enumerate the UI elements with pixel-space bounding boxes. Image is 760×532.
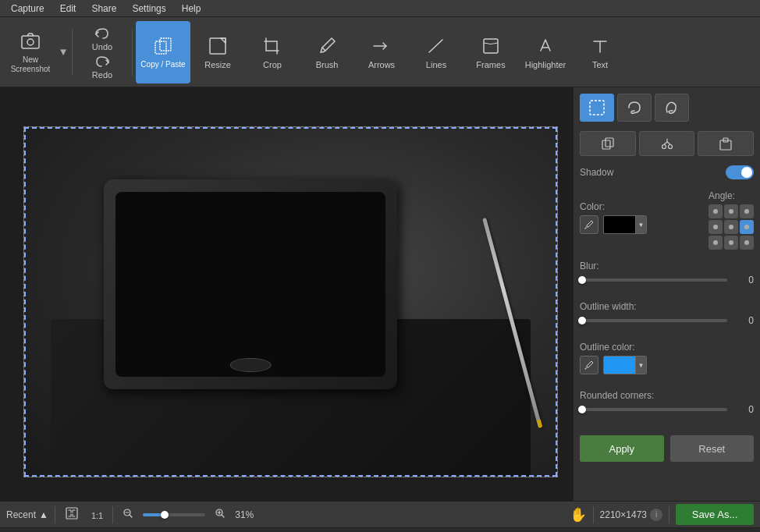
canvas-image[interactable] bbox=[23, 126, 558, 477]
freehand-select-button[interactable] bbox=[655, 94, 689, 122]
copy-icon bbox=[601, 137, 615, 151]
outline-color-row: ▼ bbox=[580, 356, 754, 374]
dimensions-display: 2210×1473 i bbox=[600, 509, 662, 521]
status-bar: Recent ▲ 1:1 31% bbox=[0, 501, 760, 527]
actual-size-button[interactable]: 1:1 bbox=[88, 507, 106, 523]
main-area: Shadow Color: ▼ bbox=[0, 87, 760, 501]
toolbar-divider-2 bbox=[132, 29, 133, 76]
shadow-color-dropdown[interactable]: ▼ bbox=[635, 216, 646, 233]
lines-button[interactable]: Lines bbox=[409, 21, 463, 83]
shadow-label: Shadow bbox=[580, 167, 613, 178]
hand-tool-icon[interactable]: ✋ bbox=[570, 506, 587, 523]
cut-action-button[interactable] bbox=[639, 131, 695, 156]
text-button[interactable]: Text bbox=[573, 21, 627, 83]
menu-bar: Capture Edit Share Settings Help bbox=[0, 0, 760, 17]
menu-settings[interactable]: Settings bbox=[124, 2, 173, 16]
crop-button[interactable]: Crop bbox=[245, 21, 300, 83]
arrows-icon bbox=[371, 35, 392, 57]
recent-dropdown[interactable]: Recent ▲ bbox=[6, 509, 48, 520]
outline-width-slider[interactable] bbox=[580, 319, 727, 322]
toggle-knob bbox=[741, 167, 752, 178]
rounded-corners-thumb[interactable] bbox=[578, 406, 586, 413]
svg-point-10 bbox=[668, 145, 672, 149]
copy-paste-button[interactable]: Copy / Paste bbox=[136, 21, 190, 83]
highlighter-button[interactable]: Highlighter bbox=[518, 21, 573, 83]
zoom-in-button[interactable] bbox=[211, 506, 229, 523]
status-divider-2 bbox=[112, 506, 113, 523]
toolbar-dropdown-arrow[interactable]: ▼ bbox=[58, 21, 69, 83]
blur-slider-thumb[interactable] bbox=[578, 276, 586, 284]
angle-dot-4[interactable] bbox=[724, 220, 738, 234]
new-screenshot-button[interactable]: New Screenshot bbox=[3, 21, 58, 83]
undo-button[interactable]: Undo bbox=[79, 25, 126, 51]
redo-button[interactable]: Redo bbox=[79, 53, 126, 80]
blur-slider[interactable] bbox=[580, 278, 727, 282]
zoom-slider-container[interactable] bbox=[143, 509, 205, 520]
zoom-out-button[interactable] bbox=[119, 506, 137, 523]
outline-color-dropdown[interactable]: ▼ bbox=[635, 356, 646, 374]
svg-rect-8 bbox=[606, 138, 613, 147]
copy-paste-icon bbox=[152, 35, 174, 57]
lasso-select-button[interactable] bbox=[617, 94, 652, 122]
color-eyedropper-button[interactable] bbox=[580, 215, 598, 234]
shadow-toggle[interactable] bbox=[726, 165, 754, 179]
lasso-icon bbox=[626, 99, 643, 116]
outline-width-label: Outline width: bbox=[580, 301, 754, 312]
save-as-button[interactable]: Save As... bbox=[676, 504, 754, 525]
zoom-thumb[interactable] bbox=[161, 511, 169, 519]
outline-width-thumb[interactable] bbox=[578, 317, 586, 325]
brush-icon bbox=[316, 35, 338, 57]
blur-label: Blur: bbox=[580, 261, 754, 271]
fit-window-button[interactable] bbox=[62, 505, 82, 524]
apply-reset-row: Apply Reset bbox=[580, 435, 754, 462]
menu-share[interactable]: Share bbox=[83, 2, 124, 16]
shadow-color-swatch[interactable]: ▼ bbox=[603, 215, 647, 234]
frames-icon bbox=[480, 35, 502, 57]
reset-button[interactable]: Reset bbox=[670, 435, 755, 462]
svg-rect-2 bbox=[155, 41, 166, 54]
selection-tools bbox=[580, 94, 754, 122]
resize-button[interactable]: Resize bbox=[190, 21, 245, 83]
rect-select-button[interactable] bbox=[580, 94, 614, 122]
outline-color-swatch[interactable]: ▼ bbox=[603, 356, 647, 374]
apply-button[interactable]: Apply bbox=[580, 435, 664, 462]
rounded-corners-slider[interactable] bbox=[580, 408, 727, 411]
arrows-button[interactable]: Arrows bbox=[354, 21, 409, 83]
fit-window-icon bbox=[65, 506, 79, 520]
angle-dot-3[interactable] bbox=[709, 220, 723, 234]
angle-dot-5[interactable] bbox=[740, 220, 754, 234]
zoom-out-icon bbox=[123, 508, 133, 519]
angle-dot-7[interactable] bbox=[724, 236, 738, 250]
brush-button[interactable]: Brush bbox=[300, 21, 354, 83]
color-group: Color: ▼ bbox=[580, 201, 647, 239]
svg-rect-7 bbox=[602, 140, 610, 149]
angle-dot-8[interactable] bbox=[740, 236, 754, 250]
menu-edit[interactable]: Edit bbox=[52, 2, 84, 16]
copy-action-button[interactable] bbox=[580, 131, 636, 156]
recent-label: Recent bbox=[6, 509, 36, 520]
paste-icon bbox=[719, 137, 733, 151]
info-button[interactable]: i bbox=[650, 509, 662, 521]
angle-dot-0[interactable] bbox=[709, 204, 723, 218]
angle-grid bbox=[709, 204, 754, 250]
thumbnail-strip: ✕ bbox=[0, 527, 760, 532]
menu-capture[interactable]: Capture bbox=[3, 2, 52, 16]
redo-icon bbox=[94, 53, 111, 70]
outline-eyedropper-button[interactable] bbox=[580, 356, 598, 374]
color-angle-row: Color: ▼ Angle: bbox=[580, 190, 754, 250]
color-row: ▼ bbox=[580, 215, 647, 234]
menu-help[interactable]: Help bbox=[174, 2, 209, 16]
angle-dot-6[interactable] bbox=[709, 236, 723, 250]
angle-dot-1[interactable] bbox=[724, 204, 738, 218]
frames-button[interactable]: Frames bbox=[463, 21, 518, 83]
canvas-area[interactable] bbox=[0, 87, 573, 501]
rounded-corners-label: Rounded corners: bbox=[580, 390, 754, 401]
svg-rect-6 bbox=[590, 101, 604, 115]
toolbar-divider-1 bbox=[72, 29, 73, 76]
angle-dot-2[interactable] bbox=[740, 204, 754, 218]
toolbar: New Screenshot ▼ Undo Redo Copy / Paste bbox=[0, 17, 760, 87]
text-icon bbox=[589, 35, 611, 57]
outline-color-label: Outline color: bbox=[580, 342, 754, 353]
outline-color-value bbox=[604, 356, 635, 374]
paste-action-button[interactable] bbox=[698, 131, 754, 156]
